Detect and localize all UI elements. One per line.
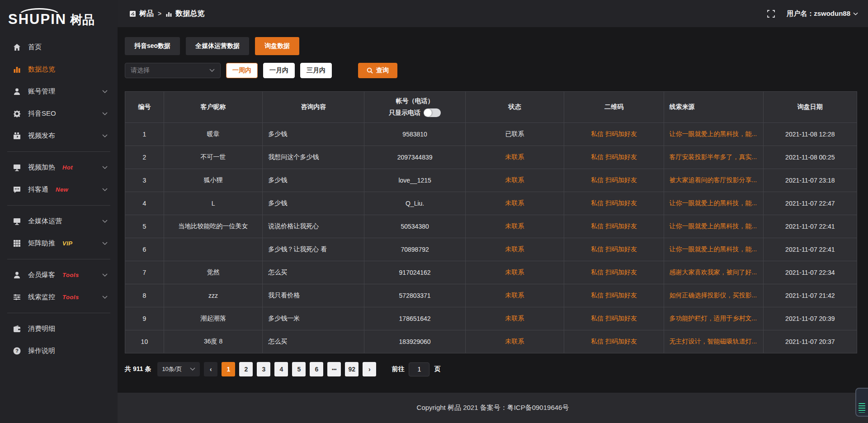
cell-qrcode[interactable]: 私信 扫码加好友: [564, 238, 664, 261]
table-row: 1暖章多少钱9583810已联系私信 扫码加好友让你一眼就爱上的黑科技，能...…: [125, 123, 857, 146]
cell-content: 多少钱？让我死心 看: [263, 238, 364, 261]
more-pages-button[interactable]: •••: [327, 362, 341, 376]
sidebar-item-label: 全媒体运营: [28, 217, 62, 226]
tab-询盘数据[interactable]: 询盘数据: [255, 37, 299, 55]
sidebar-item-数据总览[interactable]: 数据总览: [0, 58, 118, 80]
cell-source[interactable]: 如何正确选择投影仪，买投影...: [664, 284, 763, 307]
cell-source[interactable]: 被大家追着问的客厅投影分享...: [664, 169, 763, 192]
page-button-5[interactable]: 5: [292, 362, 306, 376]
sidebar-item-抖音SEO[interactable]: 抖音SEO: [0, 103, 118, 125]
phone-header-toggle-row: 只显示电话: [370, 108, 459, 117]
cell-qrcode[interactable]: 私信 扫码加好友: [564, 284, 664, 307]
logo-text-cn: 树品: [70, 14, 94, 26]
cell-nickname: 狐小狸: [164, 169, 263, 192]
page-button-92[interactable]: 92: [345, 362, 359, 376]
sidebar-item-label: 视频发布: [28, 132, 55, 140]
sidebar-item-label: 抖音SEO: [28, 109, 56, 118]
sidebar-divider: [7, 205, 110, 206]
cell-source[interactable]: 让你一眼就爱上的黑科技，能...: [664, 215, 763, 238]
cell-content: 说说价格让我死心: [263, 215, 364, 238]
logo: SHUPIN 树品: [0, 0, 118, 30]
cell-qrcode[interactable]: 私信 扫码加好友: [564, 123, 664, 146]
table-row: 7觉然怎么买917024162未联系私信 扫码加好友感谢大家喜欢我家，被问了好.…: [125, 261, 857, 284]
sidebar-item-抖客通[interactable]: 抖客通New: [0, 179, 118, 201]
cell-account: 917024162: [364, 261, 465, 284]
cell-qrcode[interactable]: 私信 扫码加好友: [564, 330, 664, 353]
per-page-label: 10条/页: [162, 365, 182, 373]
cell-id: 4: [125, 192, 164, 215]
cell-account: Q_Liu.: [364, 192, 465, 215]
range-button-一周内[interactable]: 一周内: [226, 63, 258, 78]
sidebar-badge: Hot: [62, 164, 73, 171]
cell-date: 2021-11-07 21:42: [763, 284, 857, 307]
tab-抖音seo数据[interactable]: 抖音seo数据: [125, 37, 180, 55]
cell-date: 2021-11-08 00:25: [763, 146, 857, 169]
sidebar-item-账号管理[interactable]: 账号管理: [0, 80, 118, 103]
page-button-6[interactable]: 6: [310, 362, 323, 376]
cell-qrcode[interactable]: 私信 扫码加好友: [564, 146, 664, 169]
screen-icon: [13, 163, 21, 172]
page-button-1[interactable]: 1: [222, 362, 235, 376]
cell-qrcode[interactable]: 私信 扫码加好友: [564, 215, 664, 238]
breadcrumb-app[interactable]: 树品: [139, 9, 154, 19]
page-button-4[interactable]: 4: [274, 362, 288, 376]
range-button-三月内[interactable]: 三月内: [300, 63, 332, 78]
cell-nickname: 当地比较能吃的一位美女: [164, 215, 263, 238]
username-menu[interactable]: 用户名：zswodun88: [787, 9, 858, 18]
range-button-一月内[interactable]: 一月内: [263, 63, 295, 78]
cell-source[interactable]: 无主灯设计，智能磁吸轨道灯...: [664, 330, 763, 353]
svg-text:?: ?: [15, 348, 19, 353]
cell-content: 多少钱一米: [263, 307, 364, 330]
cell-id: 9: [125, 307, 164, 330]
sidebar-item-会员爆客[interactable]: 会员爆客Tools: [0, 264, 118, 286]
sidebar-item-操作说明[interactable]: ?操作说明: [0, 340, 118, 362]
cell-qrcode[interactable]: 私信 扫码加好友: [564, 261, 664, 284]
sidebar-item-首页[interactable]: 首页: [0, 36, 118, 58]
cell-id: 10: [125, 330, 164, 353]
filter-select[interactable]: 请选择: [125, 63, 221, 78]
wallet-icon: [13, 324, 21, 333]
cell-date: 2021-11-07 22:41: [763, 238, 857, 261]
cell-qrcode[interactable]: 私信 扫码加好友: [564, 169, 664, 192]
sidebar-item-视频加热[interactable]: 视频加热Hot: [0, 156, 118, 179]
sidebar-item-线索监控[interactable]: 线索监控Tools: [0, 286, 118, 308]
logo-text-en: SHUPIN: [8, 11, 66, 27]
cell-id: 2: [125, 146, 164, 169]
breadcrumb-page: 数据总览: [175, 9, 204, 19]
gear-icon: [13, 109, 21, 118]
chevron-down-icon: [209, 69, 215, 72]
col-header-source: 线索来源: [664, 92, 763, 123]
cell-status: 未联系: [465, 261, 564, 284]
footer: Copyright 树品 2021 备案号：粤ICP备09019646号: [118, 393, 868, 423]
cell-date: 2021-11-07 20:39: [763, 307, 857, 330]
page-button-2[interactable]: 2: [239, 362, 253, 376]
page-button-3[interactable]: 3: [257, 362, 270, 376]
cell-source[interactable]: 让你一眼就爱上的黑科技，能...: [664, 238, 763, 261]
next-page-button[interactable]: ›: [363, 362, 376, 376]
cell-source[interactable]: 感谢大家喜欢我家，被问了好...: [664, 261, 763, 284]
breadcrumb: 树品 > 数据总览: [129, 9, 204, 19]
per-page-select[interactable]: 10条/页: [157, 362, 200, 376]
fullscreen-icon[interactable]: [767, 10, 775, 18]
tab-全媒体运营数据[interactable]: 全媒体运营数据: [186, 37, 249, 55]
phone-only-toggle[interactable]: [424, 108, 441, 117]
cell-qrcode[interactable]: 私信 扫码加好友: [564, 307, 664, 330]
goto-page-input[interactable]: [409, 362, 429, 376]
cell-qrcode[interactable]: 私信 扫码加好友: [564, 192, 664, 215]
search-button[interactable]: 查询: [358, 63, 397, 78]
sidebar-item-矩阵助推[interactable]: 矩阵助推VIP: [0, 232, 118, 254]
sidebar-item-消费明细[interactable]: 消费明细: [0, 318, 118, 340]
breadcrumb-separator: >: [158, 10, 161, 17]
prev-page-button[interactable]: ‹: [204, 362, 217, 376]
sidebar-item-视频发布[interactable]: 视频发布: [0, 125, 118, 147]
sidebar-item-全媒体运营[interactable]: 全媒体运营: [0, 210, 118, 232]
floating-widget[interactable]: [855, 388, 868, 417]
cell-source[interactable]: 让你一眼就爱上的黑科技，能...: [664, 123, 763, 146]
cell-source[interactable]: 多功能护栏灯，适用于乡村文...: [664, 307, 763, 330]
cell-source[interactable]: 让你一眼就爱上的黑科技，能...: [664, 192, 763, 215]
cell-date: 2021-11-07 20:37: [763, 330, 857, 353]
sidebar-item-label: 操作说明: [28, 347, 55, 355]
chevron-down-icon: [102, 188, 108, 192]
cell-account: 183929060: [364, 330, 465, 353]
cell-source[interactable]: 客厅安装投影半年多了，真实...: [664, 146, 763, 169]
